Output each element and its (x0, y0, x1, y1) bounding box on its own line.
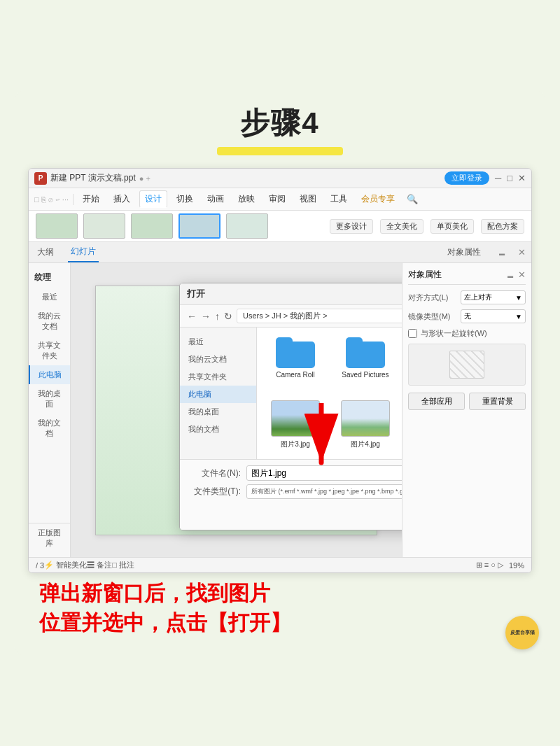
title-bar: P 新建 PPT 演示文稿.ppt ● + 立即登录 ─ □ ✕ (29, 169, 531, 188)
nav-library[interactable]: 正版图库 (29, 523, 70, 553)
filetype-label: 文件类型(T): (188, 486, 241, 498)
dialog-buttons: 打开(O) 取消 (188, 503, 402, 524)
file-name-img3: 图片3.jpg (281, 439, 310, 449)
dialog-bottom: 文件名(N): ▼ 文件类型(T): 所有图片 (*.emf *.wmf *.j… (180, 459, 402, 530)
img-thumb-3 (271, 400, 320, 437)
breadcrumb-text: Users > JH > 我的图片 > (243, 311, 328, 321)
align-row: 对齐方式(L) 左上对齐 ▼ (408, 290, 526, 304)
rotate-label: 与形状一起旋转(W) (421, 328, 487, 339)
file-img4[interactable]: 图片4.jpg (334, 397, 397, 452)
mirror-label: 镜像类型(M) (408, 311, 457, 322)
rotate-checkbox[interactable] (408, 329, 417, 338)
tab-transition[interactable]: 切换 (172, 191, 198, 207)
tab-insert[interactable]: 插入 (108, 191, 135, 207)
color-scheme-btn[interactable]: 配色方案 (481, 219, 524, 234)
rotate-checkbox-row: 与形状一起旋转(W) (408, 328, 526, 339)
file-dialog: 打开 □ ✕ ← → ↑ ↻ Users > JH > 我的图片 > (179, 283, 402, 530)
beautify-page-btn[interactable]: 单页美化 (430, 219, 474, 234)
more-design-btn[interactable]: 更多设计 (330, 219, 373, 234)
tab-slides[interactable]: 幻灯片 (68, 242, 99, 262)
tab-properties[interactable]: 对象属性 (447, 246, 481, 258)
nav-cloud[interactable]: 我的云文档 (29, 307, 70, 336)
nav-documents[interactable]: 我的文档 (29, 414, 70, 443)
folder-icon-camera (276, 337, 315, 368)
img-thumb-4 (341, 400, 390, 437)
tab-review[interactable]: 审阅 (264, 191, 290, 207)
mirror-row: 镜像类型(M) 无 ▼ (408, 309, 526, 323)
tab-start[interactable]: 开始 (78, 191, 104, 207)
dlg-nav-cloud[interactable]: 我的云文档 (180, 351, 256, 368)
overlay-instruction: 弹出新窗口后，找到图片 位置并选中，点击【打开】 (28, 573, 532, 642)
tab-view[interactable]: 视图 (295, 191, 321, 207)
nav-desktop[interactable]: 我的桌面 (29, 384, 70, 414)
close-right-icon[interactable]: ✕ (518, 269, 526, 280)
forward-arrow[interactable]: → (201, 311, 211, 322)
tab-indicator: ● + (139, 174, 150, 183)
tab-member[interactable]: 会员专享 (356, 191, 400, 207)
note-btn[interactable]: ☰ 备注 (87, 560, 112, 570)
step-underline (217, 147, 343, 155)
status-bar: / 3 ⚡ 智能美化 ☰ 备注 □ 批注 ⊞ ≡ ○ ▷ 19% (29, 557, 531, 572)
maximize-button[interactable]: □ (507, 173, 512, 183)
dialog-titlebar: 打开 □ ✕ (180, 283, 402, 305)
left-nav-panel: 纹理 最近 我的云文档 共享文件夹 此电脑 我的桌面 我的文档 正版图库 (29, 263, 71, 557)
filename-input[interactable] (246, 465, 402, 481)
nav-recent[interactable]: 最近 (29, 288, 70, 307)
login-button[interactable]: 立即登录 (444, 171, 489, 185)
filetype-value: 所有图片 (*.emf *.wmf *.jpg *.jpeg *.jpe *.p… (246, 484, 402, 499)
comment-btn[interactable]: □ 批注 (112, 560, 134, 570)
reset-bg-btn[interactable]: 重置背景 (469, 393, 526, 410)
action-buttons: 全部应用 重置背景 (408, 393, 526, 410)
dialog-nav-bar: ← → ↑ ↻ Users > JH > 我的图片 > 🔍 在此电脑中搜索 (180, 305, 402, 328)
mirror-chevron: ▼ (515, 313, 522, 321)
dialog-sidebar: 最近 我的云文档 共享文件夹 此电脑 我的桌面 我的文档 (180, 328, 257, 459)
align-select[interactable]: 左上对齐 ▼ (461, 290, 526, 304)
tab-slideshow[interactable]: 放映 (233, 191, 260, 207)
filename-label: 文件名(N): (188, 467, 241, 479)
file-saved-pictures[interactable]: Saved Pictures (334, 335, 397, 390)
nav-shared[interactable]: 共享文件夹 (29, 336, 70, 365)
file-name-img4: 图片4.jpg (351, 439, 380, 449)
filename-row: 文件名(N): ▼ (188, 465, 402, 481)
beauty-btn[interactable]: ⚡ 智能美化 (44, 560, 87, 570)
file-grid: Camera Roll Saved Pictures (257, 328, 402, 459)
close-button[interactable]: ✕ (518, 173, 526, 183)
page-info: / 3 (36, 561, 44, 570)
dlg-nav-desktop[interactable]: 我的桌面 (180, 403, 256, 421)
minimize-button[interactable]: ─ (495, 173, 501, 183)
dlg-nav-pc[interactable]: 此电脑 (180, 386, 256, 403)
mirror-select[interactable]: 无 ▼ (461, 309, 526, 323)
pin-right-icon[interactable]: 🗕 (506, 269, 515, 280)
tab-tools[interactable]: 工具 (326, 191, 352, 207)
file-name-camera: Camera Roll (276, 371, 315, 379)
ppt-window: P 新建 PPT 演示文稿.ppt ● + 立即登录 ─ □ ✕ □ ⎘ ⊘ ↩… (28, 168, 532, 573)
right-panel-header: 对象属性 🗕 ✕ (408, 269, 526, 285)
breadcrumb: Users > JH > 我的图片 > (237, 309, 402, 323)
align-value: 左上对齐 (464, 293, 492, 302)
right-panel: 对象属性 🗕 ✕ 对齐方式(L) 左上对齐 ▼ 镜像类型(M) (402, 263, 531, 557)
main-content: 纹理 最近 我的云文档 共享文件夹 此电脑 我的桌面 我的文档 正版图库 跟小玉… (29, 263, 531, 557)
apply-all-btn[interactable]: 全部应用 (408, 393, 465, 410)
close-panel-icon[interactable]: ✕ (518, 247, 526, 258)
beautify-all-btn[interactable]: 全文美化 (380, 219, 424, 234)
view-icons: ⊞ ≡ ○ ▷ (476, 561, 503, 570)
dlg-nav-docs[interactable]: 我的文档 (180, 421, 256, 438)
tab-animation[interactable]: 动画 (202, 191, 229, 207)
file-img3[interactable]: 图片3.jpg (264, 397, 327, 452)
file-camera-roll[interactable]: Camera Roll (264, 335, 327, 390)
nav-this-pc[interactable]: 此电脑 (29, 365, 70, 384)
folder-icon-saved (346, 337, 385, 368)
toolbar: 更多设计 全文美化 单页美化 配色方案 (29, 211, 531, 242)
filetype-row: 文件类型(T): 所有图片 (*.emf *.wmf *.jpg *.jpeg … (188, 484, 402, 499)
back-arrow[interactable]: ← (187, 311, 197, 322)
dlg-nav-shared[interactable]: 共享文件夹 (180, 368, 256, 386)
pin-icon[interactable]: 🗕 (498, 247, 507, 258)
texture-preview (408, 344, 526, 386)
up-arrow[interactable]: ↑ (215, 311, 220, 322)
refresh-arrow[interactable]: ↻ (224, 311, 232, 322)
tab-outline[interactable]: 大纲 (34, 243, 57, 262)
step-title: 步骤4 (28, 104, 532, 143)
file-name-saved: Saved Pictures (342, 371, 388, 379)
tab-design[interactable]: 设计 (139, 190, 167, 208)
dlg-nav-recent[interactable]: 最近 (180, 333, 256, 351)
